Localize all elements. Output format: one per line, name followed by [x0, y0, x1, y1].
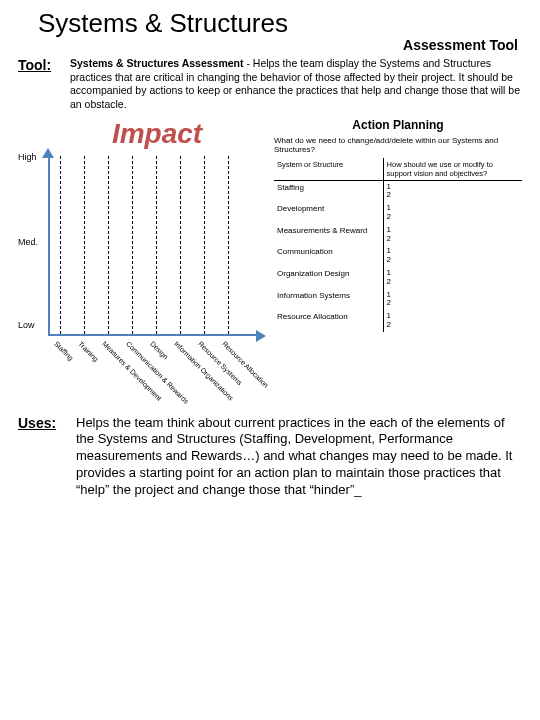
action-table: System or Structure How should we use or… [274, 158, 522, 332]
row-label: Staffing [274, 180, 383, 202]
row-label: Measurements & Reward [274, 224, 383, 246]
table-row: Resource Allocation1 2 [274, 310, 522, 332]
xlabel: Design [149, 340, 169, 360]
uses-text: Helps the team think about current pract… [76, 415, 522, 499]
xaxis-labels: Staffing Training Measures & Development… [48, 340, 258, 388]
xlabel: Staffing [53, 340, 75, 362]
tool-description: Systems & Structures Assessment - Helps … [70, 57, 522, 112]
row-nums: 1 2 [383, 224, 522, 246]
action-planning-pane: Action Planning What do we need to chang… [274, 118, 522, 387]
table-row: Organization Design1 2 [274, 267, 522, 289]
table-row: Communication1 2 [274, 245, 522, 267]
row-label: Resource Allocation [274, 310, 383, 332]
row-label: Communication [274, 245, 383, 267]
impact-heading: Impact [48, 118, 266, 150]
table-row: Information Systems1 2 [274, 289, 522, 311]
row-nums: 1 2 [383, 202, 522, 224]
xlabel: Resource Allocation [221, 340, 270, 389]
row-nums: 1 2 [383, 310, 522, 332]
action-question: What do we need to change/add/delete wit… [274, 136, 522, 154]
row-nums: 1 2 [383, 289, 522, 311]
tool-desc-bold: Systems & Structures Assessment [70, 57, 244, 69]
row-label: Development [274, 202, 383, 224]
ylabel-low: Low [18, 320, 35, 330]
row-nums: 1 2 [383, 180, 522, 202]
action-col1: System or Structure [274, 158, 383, 181]
ylabel-med: Med. [18, 237, 38, 247]
page-title: Systems & Structures [38, 8, 522, 39]
tool-label: Tool: [18, 57, 70, 112]
row-nums: 1 2 [383, 245, 522, 267]
ylabel-high: High [18, 152, 37, 162]
xlabel: Resource Systems [197, 340, 243, 386]
uses-label: Uses: [18, 415, 70, 499]
xlabel: Training [77, 340, 100, 363]
table-row: Staffing1 2 [274, 180, 522, 202]
row-label: Information Systems [274, 289, 383, 311]
subtitle: Assessment Tool [18, 37, 518, 53]
table-row: Measurements & Reward1 2 [274, 224, 522, 246]
row-label: Organization Design [274, 267, 383, 289]
plot-area [48, 156, 258, 336]
row-nums: 1 2 [383, 267, 522, 289]
table-row: Development1 2 [274, 202, 522, 224]
action-title: Action Planning [274, 118, 522, 132]
impact-chart: Impact High Med. Low Staffing Training M… [18, 118, 266, 387]
action-col2: How should we use or modify to support v… [383, 158, 522, 181]
